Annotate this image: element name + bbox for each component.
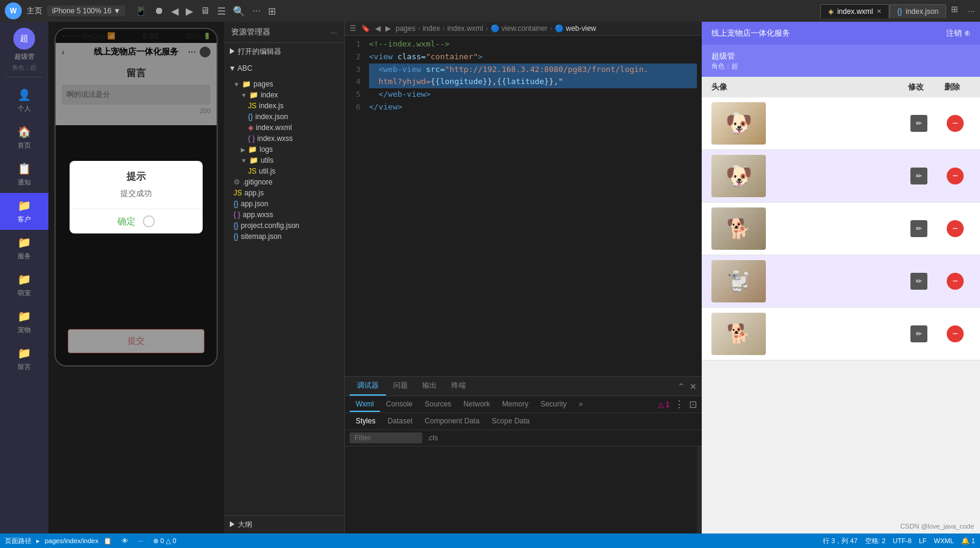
devtools-chevron-up-icon[interactable]: ⌃: [678, 382, 685, 391]
row4-edit-btn[interactable]: ✏: [904, 273, 934, 290]
sidebar-item-notify[interactable]: 📋 通知: [0, 156, 48, 193]
row4-delete-btn[interactable]: −: [940, 273, 970, 290]
devtools-close-icon[interactable]: ✕: [690, 382, 697, 391]
file-manager-more-icon[interactable]: ···: [330, 28, 337, 37]
app-json-label: app.json: [241, 200, 268, 208]
devtools-subtab-security[interactable]: Security: [534, 397, 572, 412]
row2-edit-btn[interactable]: ✏: [904, 168, 934, 184]
status-more-icon[interactable]: ···: [138, 537, 143, 544]
sidebar-item-pet[interactable]: 📁 宠物: [0, 304, 48, 341]
project-section[interactable]: ▼ ABC: [224, 60, 344, 76]
row5-edit-btn[interactable]: ✏: [904, 325, 934, 342]
breadcrumb-view: 🔵 view.container: [491, 24, 547, 33]
forward-icon[interactable]: ▶: [186, 5, 193, 17]
devtools-subtab-network[interactable]: Network: [457, 397, 496, 412]
tree-utils[interactable]: ▼ 📁 utils: [224, 155, 344, 166]
admin-logout-btn[interactable]: 注销 ⊕: [946, 28, 970, 39]
delete-icon-1[interactable]: −: [947, 115, 964, 132]
row1-delete-btn[interactable]: −: [940, 115, 970, 132]
devtools-scrollbar[interactable]: [697, 446, 702, 533]
sidebar-item-home[interactable]: 🏠 首页: [0, 119, 48, 156]
editor-forward-icon[interactable]: ▶: [385, 24, 391, 33]
row3-edit-btn[interactable]: ✏: [904, 220, 934, 237]
devtools-subtab-sources[interactable]: Sources: [419, 397, 457, 412]
phone-icon[interactable]: 📱: [135, 5, 147, 17]
edit-icon-4[interactable]: ✏: [910, 273, 927, 290]
device-selector[interactable]: iPhone 5 100% 16 ▼: [47, 5, 125, 16]
devtools-more-icon[interactable]: ⋮: [675, 399, 684, 410]
devtools-subtab-more[interactable]: »: [573, 397, 589, 412]
tree-sitemap[interactable]: {} sitemap.json: [224, 231, 344, 242]
delete-icon-5[interactable]: −: [947, 325, 964, 342]
status-eye-icon[interactable]: 👁: [122, 537, 128, 544]
tree-index-wxss[interactable]: { } index.wxss: [224, 133, 344, 144]
split-icon[interactable]: ⊞: [268, 5, 276, 17]
tab-index-wxml[interactable]: ◈ index.wxml ✕: [820, 4, 889, 18]
tree-index-folder[interactable]: ▼ 📁 index: [224, 90, 344, 100]
editor-back-icon[interactable]: ◀: [375, 24, 381, 33]
tab-index-json[interactable]: {} index.json: [889, 4, 946, 18]
devtools-tab-output[interactable]: 输出: [415, 377, 444, 396]
edit-icon-5[interactable]: ✏: [910, 325, 927, 342]
pages-arrow: ▼: [234, 81, 240, 88]
sidebar-item-personal[interactable]: 👤 个人: [0, 82, 48, 119]
more-icon[interactable]: ···: [252, 5, 260, 17]
devtools-style-tab-component[interactable]: Component Data: [419, 414, 486, 429]
row2-delete-btn[interactable]: −: [940, 168, 970, 184]
delete-icon-2[interactable]: −: [947, 168, 964, 184]
menu-icon[interactable]: ☰: [217, 5, 226, 17]
open-editors-section[interactable]: ▶ 打开的编辑器: [224, 43, 344, 60]
devtools-tab-problems[interactable]: 问题: [386, 377, 415, 396]
edit-icon-1[interactable]: ✏: [910, 115, 927, 132]
editor-menu-icon[interactable]: ☰: [350, 24, 356, 33]
home-button[interactable]: 主页: [27, 5, 42, 16]
row1-edit-btn[interactable]: ✏: [904, 115, 934, 132]
search-icon[interactable]: 🔍: [233, 5, 245, 17]
tree-app-js[interactable]: JS app.js: [224, 188, 344, 198]
topbar-more[interactable]: ···: [968, 6, 975, 16]
tree-index-wxml[interactable]: ◈ index.wxml: [224, 122, 344, 133]
devtools-subtab-memory[interactable]: Memory: [496, 397, 534, 412]
delete-icon-4[interactable]: −: [947, 273, 964, 290]
pages-label: pages: [253, 80, 273, 88]
record-icon[interactable]: ⏺: [154, 5, 164, 17]
edit-icon-2[interactable]: ✏: [910, 168, 927, 184]
tree-pages[interactable]: ▼ 📁 pages: [224, 79, 344, 90]
tree-gitignore[interactable]: ⚙ .gitignore: [224, 177, 344, 188]
row3-delete-btn[interactable]: −: [940, 220, 970, 237]
edit-icon-3[interactable]: ✏: [910, 220, 927, 237]
devtools-tab-debugger[interactable]: 调试器: [350, 377, 386, 396]
file-manager-title: 资源管理器: [231, 27, 270, 38]
devtools-style-tab-styles[interactable]: Styles: [350, 414, 382, 429]
status-copy-icon[interactable]: 📋: [103, 537, 112, 545]
code-content[interactable]: <!--index.wxml--> <view class="container…: [364, 36, 702, 376]
tree-app-json[interactable]: {} app.json: [224, 198, 344, 209]
editor-bookmark-icon[interactable]: 🔖: [361, 24, 370, 33]
devtools-style-tab-scope[interactable]: Scope Data: [486, 414, 536, 429]
delete-icon-3[interactable]: −: [947, 220, 964, 237]
index-js-icon: JS: [248, 102, 256, 110]
row5-delete-btn[interactable]: −: [940, 325, 970, 342]
tabs-more[interactable]: ⊞: [951, 4, 958, 18]
sidebar-item-service[interactable]: 📁 服务: [0, 230, 48, 267]
tab-close-wxml[interactable]: ✕: [877, 8, 881, 15]
devtools-tab-terminal[interactable]: 终端: [444, 377, 473, 396]
tree-index-json[interactable]: {} index.json: [224, 111, 344, 122]
tree-app-wxss[interactable]: { } app.wxss: [224, 209, 344, 220]
col-header-delete: 删除: [934, 82, 970, 93]
tree-index-js[interactable]: JS index.js: [224, 100, 344, 111]
tree-project-config[interactable]: {} project.config.json: [224, 220, 344, 231]
desktop-icon[interactable]: 🖥: [200, 5, 210, 17]
sidebar-item-customer[interactable]: 📁 客户: [0, 193, 48, 230]
outline-section[interactable]: ▶ 大纲: [224, 515, 344, 533]
devtools-style-tab-dataset[interactable]: Dataset: [382, 414, 419, 429]
devtools-subtab-wxml[interactable]: Wxml: [350, 397, 380, 412]
sidebar-item-cute-pet[interactable]: 📁 萌宠: [0, 267, 48, 304]
tree-util-js[interactable]: JS util.js: [224, 166, 344, 177]
tree-logs[interactable]: ▶ 📁 logs: [224, 144, 344, 155]
devtools-expand-icon[interactable]: ⊡: [689, 399, 697, 410]
devtools-subtab-console[interactable]: Console: [380, 397, 419, 412]
sidebar-item-message[interactable]: 📁 留言: [0, 341, 48, 377]
back-icon[interactable]: ◀: [171, 5, 178, 17]
filter-input[interactable]: [350, 432, 422, 443]
